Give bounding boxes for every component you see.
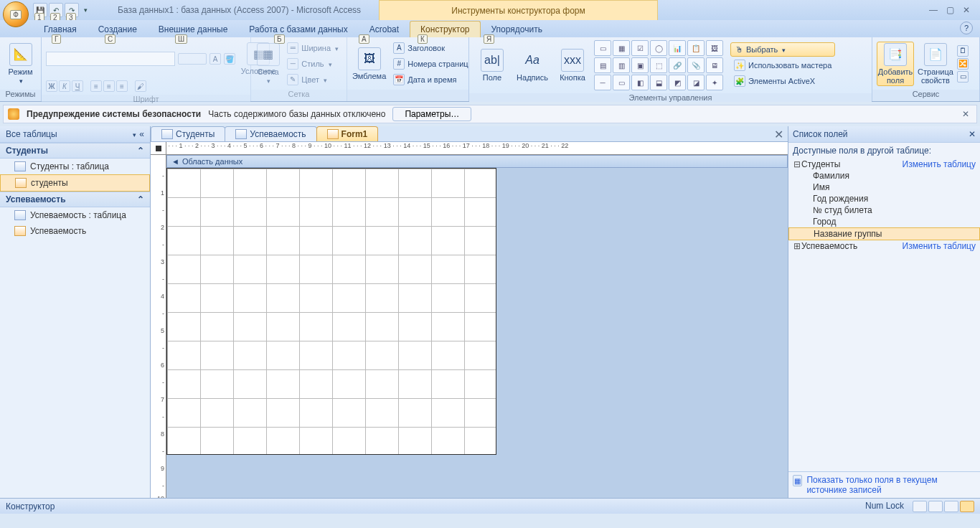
view-form-button[interactable] — [913, 501, 927, 512]
underline-button[interactable]: Ч — [72, 80, 83, 92]
grid-style-button[interactable]: ─Стиль — [283, 57, 342, 71]
form-detail-section[interactable] — [166, 168, 496, 455]
italic-button[interactable]: К — [59, 80, 70, 92]
office-button[interactable]: Ф — [3, 1, 29, 27]
control-item[interactable]: ◪ — [687, 75, 705, 90]
qat-save-button[interactable]: 💾1 — [33, 3, 47, 17]
field-lastname[interactable]: Фамилия — [788, 170, 980, 182]
detail-section-header[interactable]: ◄Область данных — [166, 155, 788, 168]
use-wizards-toggle[interactable]: ✨Использовать мастера — [730, 58, 835, 72]
control-item[interactable]: 📎 — [687, 57, 705, 73]
title-button[interactable]: AЗаголовок — [390, 41, 471, 55]
bold-button[interactable]: Ж — [46, 80, 57, 92]
show-current-source-link[interactable]: Показать только поля в текущем источнике… — [806, 475, 976, 495]
font-size-combo[interactable] — [178, 53, 207, 65]
doctab-students[interactable]: Студенты — [151, 126, 225, 141]
field-birthyear[interactable]: Год рождения — [788, 193, 980, 204]
close-button[interactable]: ✕ — [963, 5, 970, 15]
logo-button[interactable]: 🖼Эмблема — [352, 42, 387, 86]
font-family-combo[interactable] — [46, 52, 175, 66]
qat-customize-button[interactable] — [80, 3, 89, 17]
control-item[interactable]: 🖥 — [706, 57, 723, 73]
control-item[interactable]: ◧ — [631, 75, 649, 90]
view-layout-button[interactable] — [944, 501, 958, 512]
control-item[interactable]: ⬓ — [650, 75, 667, 90]
nav-group-grades[interactable]: Успеваемость⌃ — [0, 192, 150, 207]
textbox-control-button[interactable]: ab|Поле — [473, 43, 511, 88]
nav-item-students-form[interactable]: студенты — [0, 174, 150, 192]
select-button[interactable]: 🖱Выбрать — [730, 42, 835, 57]
control-item[interactable]: 🖼 — [706, 40, 723, 56]
field-table-grades[interactable]: ⊞УспеваемостьИзменить таблицу — [788, 240, 980, 252]
grid-width-button[interactable]: ═Ширина — [283, 41, 342, 55]
activex-button[interactable]: 🧩Элементы ActiveX — [730, 74, 835, 88]
field-student-id[interactable]: № студ билета — [788, 204, 980, 216]
field-firstname[interactable]: Имя — [788, 182, 980, 193]
view-mode-button[interactable]: 📐Режим — [4, 42, 37, 86]
nav-item-students-table[interactable]: Студенты : таблица — [0, 159, 150, 174]
minimize-button[interactable]: — — [929, 5, 938, 15]
nav-filter-dropdown[interactable] — [131, 129, 136, 139]
security-close-button[interactable]: ✕ — [959, 109, 972, 119]
align-right-button[interactable]: ≡ — [116, 80, 128, 92]
control-item[interactable]: 🔗 — [669, 57, 686, 73]
form-selector[interactable] — [151, 142, 166, 155]
control-item[interactable]: ⬚ — [650, 57, 667, 73]
control-item[interactable]: ▭ — [594, 40, 611, 56]
control-item[interactable]: ▤ — [594, 57, 611, 73]
nav-item-grades-table[interactable]: Успеваемость : таблица — [0, 207, 150, 223]
add-fields-button[interactable]: 📑Добавить поля — [877, 42, 914, 86]
vertical-ruler[interactable]: - 1 - 2 - 3 - 4 - 5 - 6 - 7 - 8 - 9 - 10 — [151, 155, 166, 498]
subform-button[interactable]: ▭ — [957, 71, 969, 82]
control-item[interactable]: ◯ — [650, 40, 667, 56]
control-item[interactable]: 📋 — [687, 40, 705, 56]
control-item[interactable]: ◩ — [669, 75, 686, 90]
field-city[interactable]: Город — [788, 216, 980, 227]
font-color-button[interactable]: A — [209, 53, 221, 65]
expand-icon[interactable]: ⊞ — [793, 241, 801, 251]
control-item[interactable]: ▥ — [613, 57, 630, 73]
control-item[interactable]: ─ — [594, 75, 611, 90]
page-numbers-button[interactable]: #Номера страниц — [390, 57, 471, 71]
control-item[interactable]: ▣ — [631, 57, 649, 73]
security-options-button[interactable]: Параметры… — [392, 107, 471, 121]
doctab-form1[interactable]: Form1 — [316, 126, 379, 141]
view-design-button[interactable] — [960, 501, 974, 512]
control-item[interactable]: ▭ — [613, 75, 630, 90]
align-center-button[interactable]: ≡ — [103, 80, 115, 92]
button-control-button[interactable]: xxxКнопка — [554, 43, 591, 88]
control-item[interactable]: ▦ — [613, 40, 630, 56]
property-sheet-button[interactable]: 📄Страница свойств — [917, 42, 954, 86]
label-control-button[interactable]: AaНадпись — [514, 43, 551, 88]
nav-group-students[interactable]: Студенты⌃ — [0, 143, 150, 159]
field-table-students[interactable]: ⊟СтудентыИзменить таблицу — [788, 159, 980, 170]
tab-create[interactable]: Создание — [88, 21, 148, 37]
field-list-close-button[interactable]: ✕ — [969, 129, 976, 139]
view-datasheet-button[interactable] — [928, 501, 943, 512]
gridlines-button[interactable]: ▦Сетка — [255, 42, 281, 86]
nav-header[interactable]: Все таблицы « — [0, 126, 150, 143]
nav-collapse-button[interactable]: « — [139, 129, 144, 139]
doctab-close-button[interactable]: ✕ — [770, 128, 788, 141]
fill-color-button[interactable]: 🪣 — [224, 53, 235, 65]
date-time-button[interactable]: 📅Дата и время — [390, 72, 471, 87]
tab-external-data[interactable]: Внешние данные — [148, 21, 239, 37]
align-left-button[interactable]: ≡ — [90, 80, 102, 92]
control-item[interactable]: ☑ — [631, 40, 649, 56]
qat-redo-button[interactable]: ↷3 — [65, 3, 79, 17]
field-group-name[interactable]: Название группы — [788, 227, 980, 240]
collapse-icon[interactable]: ⊟ — [793, 159, 801, 169]
edit-table-link[interactable]: Изменить таблицу — [903, 159, 976, 169]
grid-color-button[interactable]: ✎Цвет — [283, 72, 342, 87]
edit-table-link[interactable]: Изменить таблицу — [903, 241, 976, 251]
nav-item-grades-form[interactable]: Успеваемость — [0, 223, 150, 239]
help-button[interactable]: ? — [960, 22, 973, 34]
form-design-surface[interactable]: · · · 1 · · · 2 · · · 3 · · · 4 · · · 5 … — [151, 142, 788, 498]
control-item[interactable]: ✦ — [706, 75, 723, 90]
code-button[interactable]: 🗒 — [957, 45, 969, 57]
format-painter-button[interactable]: 🖌 — [135, 80, 146, 92]
tab-order-button[interactable]: 🔀 — [957, 58, 969, 70]
maximize-button[interactable]: ▢ — [946, 5, 954, 15]
qat-undo-button[interactable]: ↶2 — [49, 3, 63, 17]
tab-database-tools[interactable]: Работа с базами данных — [238, 21, 358, 37]
